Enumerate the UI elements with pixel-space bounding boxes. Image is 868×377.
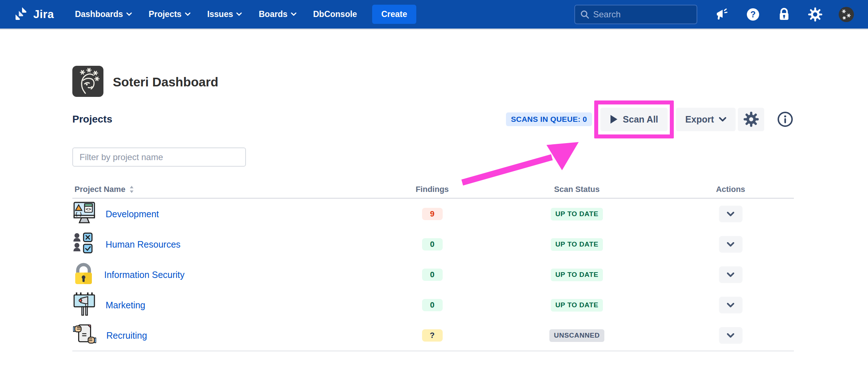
findings-badge: 9: [422, 208, 443, 220]
lock-icon[interactable]: [776, 7, 792, 22]
project-name-cell: Recruiting: [72, 324, 378, 347]
project-link[interactable]: Development: [106, 209, 159, 219]
nav-item-issues[interactable]: Issues: [207, 9, 242, 19]
row-actions-dropdown-button[interactable]: [719, 236, 743, 253]
actions-cell: [667, 327, 794, 344]
findings-cell: 9: [378, 208, 486, 220]
findings-cell: 0: [378, 299, 486, 311]
column-header-findings: Findings: [378, 185, 486, 194]
table-row: Information Security 0 UP TO DATE: [72, 260, 794, 290]
findings-badge: ?: [422, 329, 443, 342]
project-name-cell: Marketing: [72, 292, 378, 318]
announcement-icon[interactable]: [714, 7, 730, 22]
chevron-down-icon: [719, 117, 726, 122]
row-actions-dropdown-button[interactable]: [719, 266, 743, 283]
development-project-icon: <> {..}: [73, 201, 95, 227]
soteri-logo: [72, 66, 103, 98]
chevron-down-icon: [126, 12, 132, 16]
svg-text:?: ?: [750, 9, 756, 19]
svg-text:<>: <>: [86, 207, 91, 212]
search-box[interactable]: [574, 5, 697, 24]
info-button[interactable]: [776, 111, 794, 128]
nav-icon-group: ?: [714, 7, 854, 22]
table-row: Recruiting ? UNSCANNED: [72, 320, 794, 351]
nav-menu: Dashboards Projects Issues Boards DbCons…: [75, 9, 357, 19]
nav-item-dbconsole[interactable]: DbConsole: [313, 9, 357, 19]
play-icon: [610, 115, 618, 124]
row-actions-dropdown-button[interactable]: [719, 327, 743, 344]
scan-status-lozenge: UP TO DATE: [551, 208, 603, 220]
scan-all-button[interactable]: Scan All: [600, 108, 668, 131]
sort-icon: [129, 185, 134, 193]
scan-status-cell: UP TO DATE: [486, 269, 667, 281]
scan-status-lozenge: UP TO DATE: [551, 238, 603, 251]
section-title: Projects: [72, 113, 112, 125]
svg-text:{..}: {..}: [76, 211, 82, 217]
column-header-project-name[interactable]: Project Name: [72, 185, 378, 194]
export-button[interactable]: Export: [676, 108, 736, 131]
project-filter-input[interactable]: [72, 147, 246, 167]
actions-cell: [667, 297, 794, 313]
project-link[interactable]: Recruiting: [106, 330, 147, 341]
toolbar: SCANS IN QUEUE: 0 Scan All Export: [506, 100, 794, 138]
row-actions-dropdown-button[interactable]: [719, 297, 743, 313]
annotation-highlight-box: Scan All: [594, 100, 674, 138]
nav-item-projects[interactable]: Projects: [149, 9, 191, 19]
column-header-actions: Actions: [667, 185, 794, 194]
table-row: Human Resources 0 UP TO DATE: [72, 229, 794, 260]
top-navbar: Jira Dashboards Projects Issues Boards D…: [0, 0, 868, 30]
chevron-down-icon: [236, 12, 242, 16]
jira-logo-icon: [14, 6, 30, 23]
gear-icon: [743, 111, 759, 127]
projects-toolbar-row: Projects SCANS IN QUEUE: 0 Scan All Expo…: [72, 100, 794, 138]
row-actions-dropdown-button[interactable]: [719, 206, 743, 222]
project-name-cell: <> {..} Development: [72, 201, 378, 227]
findings-cell: 0: [378, 269, 486, 281]
findings-badge: 0: [422, 299, 443, 311]
project-link[interactable]: Marketing: [106, 300, 145, 310]
nav-item-boards[interactable]: Boards: [259, 9, 296, 19]
scan-status-lozenge: UNSCANNED: [549, 329, 605, 342]
project-name-cell: Information Security: [72, 263, 378, 287]
findings-cell: 0: [378, 238, 486, 250]
marketing-project-icon: [73, 292, 95, 318]
create-button[interactable]: Create: [372, 5, 416, 24]
table-row: <> {..} Development 9 UP TO DATE: [72, 199, 794, 229]
project-link[interactable]: Information Security: [104, 270, 184, 280]
jira-brand[interactable]: Jira: [14, 6, 54, 23]
scan-status-cell: UP TO DATE: [486, 238, 667, 251]
settings-icon[interactable]: [807, 7, 823, 22]
chevron-down-icon: [727, 242, 734, 247]
actions-cell: [667, 206, 794, 222]
chevron-down-icon: [727, 273, 734, 277]
info-icon: [777, 111, 793, 128]
project-link[interactable]: Human Resources: [106, 239, 180, 250]
scan-status-lozenge: UP TO DATE: [551, 269, 603, 281]
page-header: Soteri Dashboard: [72, 66, 218, 98]
information-security-project-icon: [73, 263, 94, 287]
scan-status-lozenge: UP TO DATE: [551, 299, 603, 312]
scans-in-queue-badge: SCANS IN QUEUE: 0: [506, 112, 592, 126]
dashboard-settings-button[interactable]: [738, 108, 764, 131]
actions-cell: [667, 236, 794, 253]
scan-status-cell: UNSCANNED: [486, 329, 667, 342]
human-resources-project-icon: [73, 232, 95, 256]
actions-cell: [667, 266, 794, 283]
project-name-cell: Human Resources: [72, 232, 378, 256]
search-input[interactable]: [593, 9, 680, 20]
profile-avatar[interactable]: [838, 7, 854, 22]
findings-badge: 0: [422, 269, 443, 281]
nav-item-dashboards[interactable]: Dashboards: [75, 9, 132, 19]
search-icon: [580, 10, 590, 19]
jira-brand-label: Jira: [33, 8, 54, 21]
annotation-arrow: [459, 138, 582, 186]
findings-cell: ?: [378, 329, 486, 342]
scan-status-cell: UP TO DATE: [486, 208, 667, 220]
chevron-down-icon: [727, 303, 734, 308]
help-icon[interactable]: ?: [745, 7, 761, 22]
chevron-down-icon: [185, 12, 191, 16]
chevron-down-icon: [291, 12, 297, 16]
chevron-down-icon: [727, 212, 734, 217]
table-header-row: Project Name Findings Scan Status Action…: [72, 181, 794, 199]
column-header-scan-status: Scan Status: [486, 185, 667, 194]
